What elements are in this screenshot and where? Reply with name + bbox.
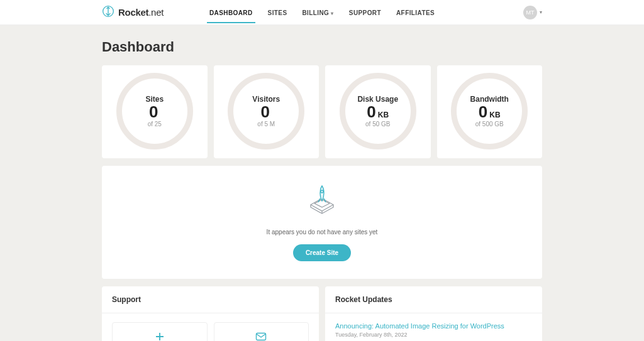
stat-sub: of 5 M <box>257 121 275 127</box>
updates-panel: Rocket Updates Announcing: Automated Ima… <box>325 286 542 341</box>
empty-state-card: It appears you do not have any sites yet… <box>102 166 542 279</box>
empty-state-message: It appears you do not have any sites yet <box>267 229 378 235</box>
chevron-down-icon: ▾ <box>540 9 542 15</box>
stat-sub: of 50 GB <box>365 121 390 127</box>
primary-nav: DASHBOARD SITES BILLING ▾ SUPPORT AFFILI… <box>209 2 435 23</box>
progress-ring: Sites 0 of 25 <box>116 73 193 149</box>
svg-rect-2 <box>257 333 266 340</box>
stat-value: 0 <box>261 104 270 120</box>
update-item[interactable]: Announcing: Automated Image Resizing for… <box>335 322 532 338</box>
plus-icon <box>155 332 165 341</box>
nav-affiliates[interactable]: AFFILIATES <box>396 2 435 23</box>
new-ticket-button[interactable] <box>112 322 208 341</box>
stat-label: Disk Usage <box>357 95 398 104</box>
mail-icon <box>255 332 267 341</box>
stat-card-bandwidth: Bandwidth 0 KB of 500 GB <box>437 65 543 158</box>
nav-support[interactable]: SUPPORT <box>349 2 381 23</box>
laptop-rocket-icon <box>302 182 342 220</box>
update-headline: Announcing: Automated Image Resizing for… <box>335 322 532 330</box>
rocket-icon <box>102 5 114 20</box>
progress-ring: Bandwidth 0 KB of 500 GB <box>451 73 528 149</box>
panel-title: Rocket Updates <box>325 286 542 313</box>
stat-card-sites: Sites 0 of 25 <box>102 65 208 158</box>
stat-value: 0 <box>479 104 487 120</box>
stat-value: 0 <box>367 104 375 120</box>
chevron-down-icon: ▾ <box>331 11 333 16</box>
contact-email-button[interactable] <box>214 322 309 341</box>
nav-dashboard[interactable]: DASHBOARD <box>209 2 253 23</box>
nav-billing[interactable]: BILLING ▾ <box>302 2 333 23</box>
support-panel: Support <box>102 286 319 341</box>
brand-logo[interactable]: Rocket.net <box>102 5 164 20</box>
stats-row: Sites 0 of 25 Visitors 0 of 5 M Disk Usa… <box>102 65 542 158</box>
brand-name: Rocket.net <box>118 7 164 18</box>
stat-sub: of 500 GB <box>475 121 504 127</box>
panel-title: Support <box>102 286 319 313</box>
update-date: Tuesday, February 8th, 2022 <box>335 332 532 338</box>
nav-sites[interactable]: SITES <box>268 2 287 23</box>
stat-label: Bandwidth <box>470 95 509 104</box>
avatar: MT <box>523 6 537 19</box>
stat-card-disk: Disk Usage 0 KB of 50 GB <box>325 65 431 158</box>
top-header: Rocket.net DASHBOARD SITES BILLING ▾ SUP… <box>0 0 644 25</box>
progress-ring: Visitors 0 of 5 M <box>228 73 304 149</box>
create-site-button[interactable]: Create Site <box>293 244 351 261</box>
stat-value: 0 <box>149 104 158 120</box>
progress-ring: Disk Usage 0 KB of 50 GB <box>340 73 416 149</box>
stat-card-visitors: Visitors 0 of 5 M <box>214 65 319 158</box>
user-menu[interactable]: MT ▾ <box>523 6 542 19</box>
stat-sub: of 25 <box>148 121 162 127</box>
page-title: Dashboard <box>102 39 542 55</box>
